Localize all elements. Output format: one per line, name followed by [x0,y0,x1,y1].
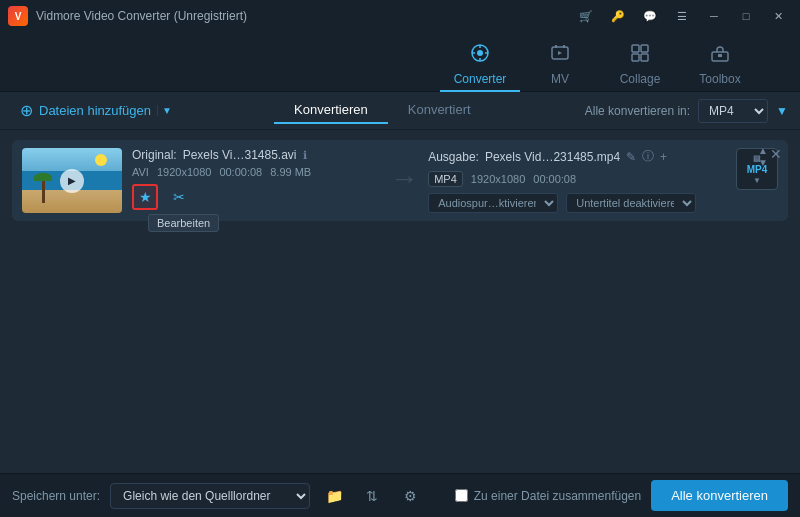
toolbar-tabs: Konvertieren Konvertiert [180,97,585,124]
output-resolution: 1920x1080 [471,173,525,185]
file-row: ▶ Original: Pexels Vi…31485.avi ℹ AVI 19… [12,140,788,221]
maximize-btn[interactable]: □ [732,5,760,27]
format-select[interactable]: MP4 AVI MKV [698,99,768,123]
status-bar: Speichern unter: Gleich wie den Quelllor… [0,473,800,517]
file-info: Original: Pexels Vi…31485.avi ℹ AVI 1920… [132,148,380,210]
save-label: Speichern unter: [12,489,100,503]
move-up-btn[interactable]: ▲ [758,146,768,156]
toolbar-right: Alle konvertieren in: MP4 AVI MKV ▼ [585,99,788,123]
convert-all-button[interactable]: Alle konvertieren [651,480,788,511]
merge-checkbox-area: Zu einer Datei zusammenfügen [455,489,641,503]
menu-btn[interactable]: ☰ [668,5,696,27]
add-files-label: Dateien hinzufügen [39,103,151,118]
app-icon: V [8,6,28,26]
tab-mv-label: MV [551,72,569,86]
tab-toolbox-label: Toolbox [699,72,740,86]
output-dropdowns: Audiospur…ktivieren Untertitel deaktivie… [428,193,726,213]
file-actions: ★ ✂ Bearbeiten [132,184,380,210]
title-bar: V Vidmore Video Converter (Unregistriert… [0,0,800,32]
tab-collage-label: Collage [620,72,661,86]
nav-bar: Converter MV Collage [0,32,800,92]
folder-btn[interactable]: 📁 [320,482,348,510]
edit-icon[interactable]: ✎ [626,150,636,164]
tab-toolbox[interactable]: Toolbox [680,38,760,92]
title-bar-right: 🛒 🔑 💬 ☰ ─ □ ✕ [572,5,792,27]
audio-select[interactable]: Audiospur…ktivieren [428,193,558,213]
cart-btn[interactable]: 🛒 [572,5,600,27]
format-arrow-icon: ▼ [776,104,788,118]
merge-checkbox[interactable] [455,489,468,502]
move-down-btn[interactable]: ▼ [758,158,768,168]
scissors-button[interactable]: ✂ [166,184,192,210]
svg-rect-8 [563,45,565,48]
output-name: Pexels Vid…231485.mp4 [485,150,620,164]
add-files-button[interactable]: ⊕ Dateien hinzufügen ▼ [12,97,180,124]
tab-converter-label: Converter [454,72,507,86]
title-bar-left: V Vidmore Video Converter (Unregistriert… [8,6,247,26]
star-button[interactable]: ★ [132,184,158,210]
chat-btn[interactable]: 💬 [636,5,664,27]
svg-rect-12 [641,54,648,61]
file-name-row: Original: Pexels Vi…31485.avi ℹ [132,148,380,162]
up-down-btns: ▲ ▼ [758,146,768,168]
file-meta: AVI 1920x1080 00:00:08 8.99 MB [132,166,380,178]
svg-rect-9 [632,45,639,52]
subtitle-select[interactable]: Untertitel deaktivieren [566,193,696,213]
tab-collage[interactable]: Collage [600,38,680,92]
file-resolution: 1920x1080 [157,166,211,178]
output-name-row: Ausgabe: Pexels Vid…231485.mp4 ✎ ⓘ + [428,148,726,165]
output-format-row: MP4 1920x1080 00:00:08 [428,171,726,187]
remove-button[interactable]: ✕ [770,146,782,162]
all-convert-label: Alle konvertieren in: [585,104,690,118]
toolbox-icon [710,43,730,68]
format-arrow-down: ▼ [753,176,761,185]
svg-rect-7 [555,45,557,48]
add-files-arrow[interactable]: ▼ [157,105,172,116]
arrow-col: → [390,148,418,195]
toolbar: ⊕ Dateien hinzufügen ▼ Konvertieren Konv… [0,92,800,130]
converted-tab[interactable]: Konvertiert [388,97,491,124]
tab-mv[interactable]: MV [520,38,600,92]
file-size: 8.99 MB [270,166,311,178]
file-duration: 00:00:08 [219,166,262,178]
original-label: Original: [132,148,177,162]
close-btn[interactable]: ✕ [764,5,792,27]
mv-icon [550,43,570,68]
thumbnail: ▶ [22,148,122,213]
settings-btn[interactable]: ⚙ [396,482,424,510]
converter-icon [470,43,490,68]
title-text: Vidmore Video Converter (Unregistriert) [36,9,247,23]
file-format: AVI [132,166,149,178]
add-plus-icon: ⊕ [20,101,33,120]
svg-point-1 [477,50,483,56]
merge-label: Zu einer Datei zusammenfügen [474,489,641,503]
plus-icon[interactable]: + [660,150,667,164]
minimize-btn[interactable]: ─ [700,5,728,27]
output-label: Ausgabe: [428,150,479,164]
output-info: Ausgabe: Pexels Vid…231485.mp4 ✎ ⓘ + MP4… [428,148,726,213]
tab-converter[interactable]: Converter [440,38,520,92]
play-button[interactable]: ▶ [60,169,84,193]
original-name: Pexels Vi…31485.avi [183,148,297,162]
collage-icon [630,43,650,68]
svg-rect-14 [718,54,722,57]
convert-tab[interactable]: Konvertieren [274,97,388,124]
key-btn[interactable]: 🔑 [604,5,632,27]
output-duration: 00:00:08 [533,173,576,185]
bearbeiten-tooltip: Bearbeiten [148,214,219,232]
output-info-icon[interactable]: ⓘ [642,148,654,165]
svg-rect-10 [641,45,648,52]
output-format-badge: MP4 [428,171,463,187]
svg-rect-11 [632,54,639,61]
save-path-select[interactable]: Gleich wie den Quelllordner [110,483,310,509]
main-content: ▶ Original: Pexels Vi…31485.avi ℹ AVI 19… [0,130,800,473]
sort-btn[interactable]: ⇅ [358,482,386,510]
arrow-icon: → [390,163,418,195]
original-info-icon[interactable]: ℹ [303,149,307,162]
